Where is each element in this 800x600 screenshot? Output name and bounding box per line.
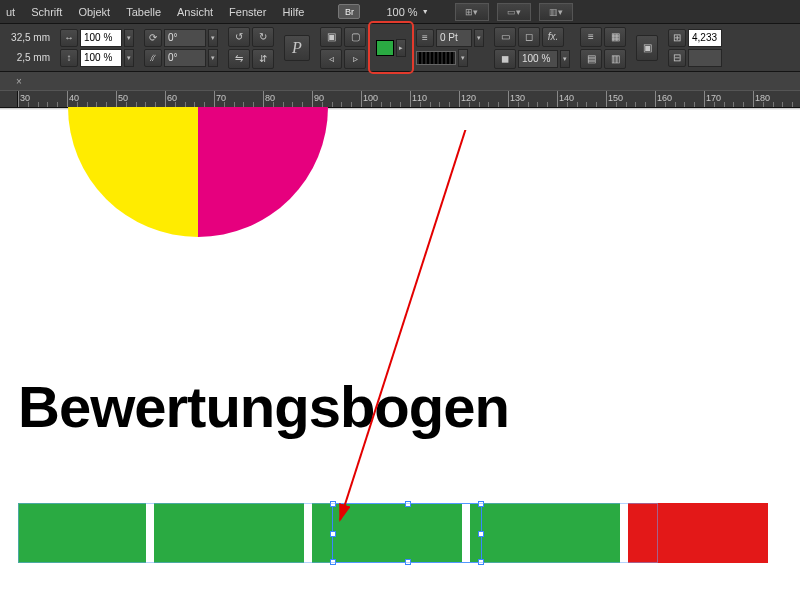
page-title[interactable]: Bewertungsbogen [18, 373, 509, 440]
select-next-button[interactable]: ▹ [344, 49, 366, 69]
fill-color-swatch[interactable] [376, 40, 394, 56]
drop-shadow-button[interactable]: ◼ [494, 49, 516, 69]
zoom-level[interactable]: 100 % [386, 6, 417, 18]
stroke-style-swatch[interactable] [416, 51, 456, 65]
ruler-track: 3040506070809010011012013014015016017018… [18, 91, 800, 107]
stroke-weight-dropdown-icon[interactable]: ▾ [474, 29, 484, 47]
flip-h-button[interactable]: ⇋ [228, 49, 250, 69]
effects-button[interactable]: ▭ [494, 27, 516, 47]
bridge-button[interactable]: Br [338, 4, 360, 19]
rotate-ccw-button[interactable]: ↺ [228, 27, 250, 47]
menu-hilfe[interactable]: Hilfe [282, 6, 304, 18]
opacity-field[interactable]: 100 % [518, 50, 558, 68]
document-tab-bar: × [0, 72, 800, 90]
semicircle-graphic[interactable] [68, 107, 328, 237]
fill-color-highlighted: ▸ [371, 24, 411, 71]
scale-w-dropdown-icon[interactable]: ▾ [124, 29, 134, 47]
menu-fenster[interactable]: Fenster [229, 6, 266, 18]
select-container-button[interactable]: ▣ [320, 27, 342, 47]
view-mode-button-3[interactable]: ▥▾ [539, 3, 573, 21]
rotate-field[interactable]: 0° [164, 29, 206, 47]
scale-w-field[interactable]: 100 % [80, 29, 122, 47]
select-content-button[interactable]: ▢ [344, 27, 366, 47]
text-wrap-none-button[interactable]: ≡ [580, 27, 602, 47]
text-wrap-around-button[interactable]: ▦ [604, 27, 626, 47]
text-wrap-column-button[interactable]: ▥ [604, 49, 626, 69]
menu-objekt[interactable]: Objekt [78, 6, 110, 18]
stroke-style-dropdown-icon[interactable]: ▾ [458, 49, 468, 67]
x-position-field[interactable]: 32,5 mm [5, 29, 50, 47]
shear-dropdown-icon[interactable]: ▾ [208, 49, 218, 67]
menu-schrift[interactable]: Schrift [31, 6, 62, 18]
stroke-weight-icon: ≡ [416, 29, 434, 47]
view-mode-button-2[interactable]: ▭▾ [497, 3, 531, 21]
fx-button[interactable]: fx. [542, 27, 564, 47]
rotate-icon: ⟳ [144, 29, 162, 47]
stroke-weight-field[interactable]: 0 Pt [436, 29, 472, 47]
menu-bar: ut Schrift Objekt Tabelle Ansicht Fenste… [0, 0, 800, 24]
view-mode-button-1[interactable]: ⊞▾ [455, 3, 489, 21]
flip-v-button[interactable]: ⇵ [252, 49, 274, 69]
y-position-field[interactable]: 2,5 mm [5, 49, 50, 67]
corner-button[interactable]: ◻ [518, 27, 540, 47]
zoom-dropdown-icon[interactable]: ▼ [422, 8, 429, 15]
paragraph-icon[interactable]: P [284, 35, 310, 61]
ruler-origin[interactable] [0, 91, 18, 107]
control-bar: 32,5 mm 2,5 mm ↔100 %▾ ↕100 %▾ ⟳0°▾ ⫽0°▾… [0, 24, 800, 72]
right-num-field-2[interactable] [688, 49, 722, 67]
horizontal-ruler[interactable]: 3040506070809010011012013014015016017018… [0, 90, 800, 108]
height-icon: ↕ [60, 49, 78, 67]
scale-h-field[interactable]: 100 % [80, 49, 122, 67]
right-num-field[interactable]: 4,233 [688, 29, 722, 47]
fill-color-dropdown-icon[interactable]: ▸ [396, 39, 406, 57]
x2-icon: ⊞ [668, 29, 686, 47]
menu-layout[interactable]: ut [6, 6, 15, 18]
width-icon: ↔ [60, 29, 78, 47]
document-page[interactable]: Bewertungsbogen [0, 108, 800, 600]
menu-ansicht[interactable]: Ansicht [177, 6, 213, 18]
y2-icon: ⊟ [668, 49, 686, 67]
opacity-dropdown-icon[interactable]: ▾ [560, 50, 570, 68]
group-selection-frame [18, 503, 658, 563]
shear-icon: ⫽ [144, 49, 162, 67]
rotate-cw-button[interactable]: ↻ [252, 27, 274, 47]
menu-tabelle[interactable]: Tabelle [126, 6, 161, 18]
select-prev-button[interactable]: ◃ [320, 49, 342, 69]
transform-button[interactable]: ▣ [636, 35, 658, 61]
canvas[interactable]: Bewertungsbogen [0, 108, 800, 600]
close-tab-button[interactable]: × [8, 74, 30, 88]
text-wrap-jump-button[interactable]: ▤ [580, 49, 602, 69]
shear-field[interactable]: 0° [164, 49, 206, 67]
rotate-dropdown-icon[interactable]: ▾ [208, 29, 218, 47]
scale-h-dropdown-icon[interactable]: ▾ [124, 49, 134, 67]
